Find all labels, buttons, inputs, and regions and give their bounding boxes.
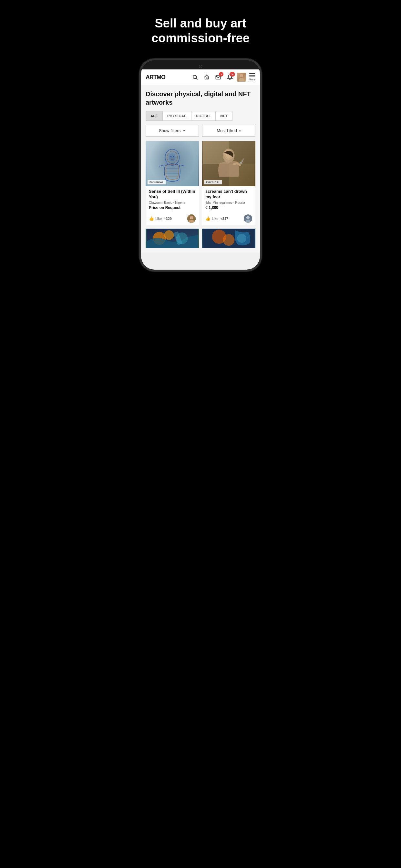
art-title-2: screams can't drown my fear (205, 189, 252, 200)
art-image-4 (202, 228, 255, 248)
category-tabs: ALL PHYSICAL DIGITAL NFT (146, 111, 233, 121)
like-button-1[interactable]: 👍 Like (149, 216, 162, 221)
svg-point-28 (246, 216, 250, 219)
svg-point-14 (190, 216, 193, 219)
art-title-1: Sense of Self III (Within You) (149, 189, 196, 200)
like-count-1: +329 (164, 217, 172, 221)
art-image-3 (146, 228, 199, 248)
svg-point-5 (167, 151, 178, 163)
svg-point-37 (223, 234, 235, 246)
page-headline: Sell and buy art commission-free (134, 6, 267, 58)
like-button-2[interactable]: 👍 Like (205, 216, 218, 221)
main-content: Discover physical, digital and NFT artwo… (141, 85, 260, 252)
art-price-2: € 1,800 (205, 206, 252, 210)
filter-arrow-icon: ▼ (182, 129, 186, 132)
like-label-2: Like (212, 217, 218, 221)
art-badge-1: PHYSICAL (148, 180, 166, 184)
artist-thumbnail-2[interactable] (244, 214, 252, 223)
more-label: More (249, 78, 255, 81)
app-logo[interactable]: ARTMO (146, 74, 165, 81)
sort-label: Most Liked (217, 128, 237, 133)
artist-thumbnail-1[interactable] (187, 214, 196, 223)
like-count-2: +317 (220, 217, 228, 221)
camera-dot (199, 65, 202, 68)
avatar[interactable] (237, 73, 246, 82)
art-price-1: Price on Request (149, 206, 196, 210)
show-filters-button[interactable]: Show filters ▼ (146, 125, 199, 136)
svg-point-0 (193, 75, 197, 79)
svg-point-10 (169, 153, 176, 161)
svg-point-32 (164, 230, 174, 240)
page-title: Discover physical, digital and NFT artwo… (146, 90, 255, 106)
art-actions-2: 👍 Like +317 (202, 214, 255, 225)
svg-point-24 (240, 162, 243, 164)
sort-icon: ≡ (239, 129, 241, 132)
art-card-3[interactable] (146, 228, 199, 248)
tab-digital[interactable]: DIGITAL (191, 112, 216, 120)
phone-screen: ARTMO (141, 69, 260, 270)
sort-button[interactable]: Most Liked ≡ (202, 125, 255, 136)
svg-point-26 (243, 159, 244, 160)
svg-point-11 (171, 156, 172, 157)
avatar-image (237, 73, 246, 82)
svg-rect-3 (147, 141, 198, 186)
page-wrapper: Sell and buy art commission-free ARTMO (134, 6, 267, 272)
mail-badge: 2 (219, 72, 223, 76)
like-label-1: Like (155, 217, 162, 221)
svg-point-25 (242, 160, 243, 162)
like-icon-2: 👍 (205, 216, 211, 221)
phone-frame: ARTMO (139, 58, 262, 272)
more-button[interactable]: More (249, 73, 255, 81)
art-actions-1: 👍 Like +329 (146, 214, 199, 225)
art-artist-1: Olawunmi Banjo · Nigeria (149, 201, 196, 205)
search-icon[interactable] (190, 73, 199, 82)
art-badge-2: PHYSICAL (204, 180, 222, 184)
bell-icon[interactable]: 197 (225, 73, 235, 82)
art-image-2: PHYSICAL (202, 141, 255, 186)
art-artist-2: Ildar Minnegalimov · Russia (205, 201, 252, 205)
tab-all[interactable]: ALL (146, 112, 163, 120)
hamburger-icon (249, 73, 255, 77)
svg-line-1 (196, 79, 197, 80)
phone-notch-area (141, 60, 260, 69)
filter-row: Show filters ▼ Most Liked ≡ (146, 125, 255, 136)
tab-physical[interactable]: PHYSICAL (163, 112, 191, 120)
svg-point-12 (173, 156, 174, 157)
show-filters-label: Show filters (159, 128, 181, 133)
tab-nft[interactable]: NFT (216, 112, 232, 120)
art-card-1[interactable]: PHYSICAL Sense of Self III (Within You) … (146, 141, 199, 225)
art-grid: PHYSICAL Sense of Self III (Within You) … (146, 141, 255, 248)
bell-badge: 197 (229, 72, 235, 76)
top-nav: ARTMO (141, 69, 260, 85)
mail-icon[interactable]: 2 (214, 73, 223, 82)
svg-point-38 (237, 234, 246, 243)
svg-point-4 (165, 149, 180, 165)
art-card-4[interactable] (202, 228, 255, 248)
art-image-1: PHYSICAL (146, 141, 199, 186)
art-info-2: screams can't drown my fear Ildar Minneg… (202, 186, 255, 214)
home-icon[interactable] (202, 73, 211, 82)
phone-bottom (141, 252, 260, 259)
art-info-1: Sense of Self III (Within You) Olawunmi … (146, 186, 199, 214)
art-card-2[interactable]: PHYSICAL screams can't drown my fear Ild… (202, 141, 255, 225)
like-icon-1: 👍 (149, 216, 154, 221)
